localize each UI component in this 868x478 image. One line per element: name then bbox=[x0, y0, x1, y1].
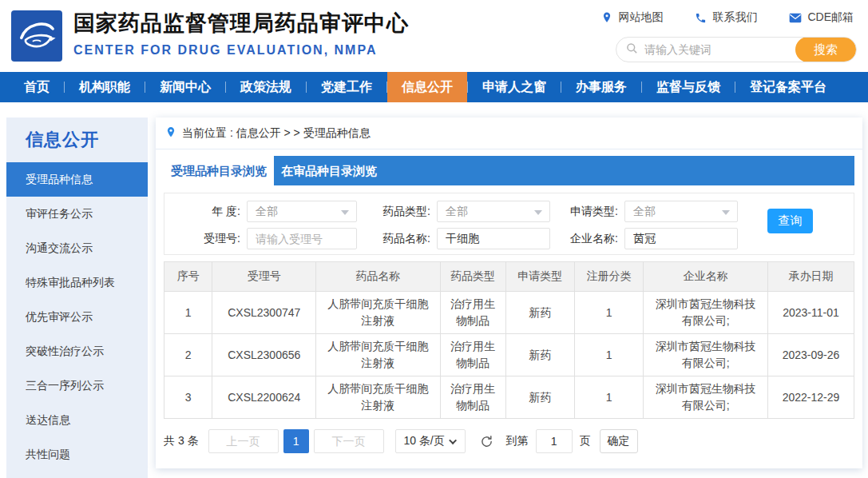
swan-logo-icon bbox=[14, 12, 59, 60]
breadcrumb: 当前位置 : 信息公开 > > 受理品种信息 bbox=[156, 118, 862, 149]
cell-acceptance-no: CXSL2300747 bbox=[212, 292, 316, 334]
apply-type-select[interactable]: 全部 bbox=[624, 201, 738, 222]
cde-logo bbox=[11, 10, 62, 62]
sitemap-link[interactable]: 网站地图 bbox=[601, 10, 663, 25]
main-panel: 当前位置 : 信息公开 > > 受理品种信息 受理品种目录浏览 在审品种目录浏览… bbox=[156, 118, 862, 468]
col-apply-type: 申请类型 bbox=[505, 262, 574, 292]
search-input[interactable] bbox=[638, 43, 795, 56]
sitemap-label: 网站地图 bbox=[618, 10, 663, 25]
sidebar: 信息公开 受理品种信息 审评任务公示 沟通交流公示 特殊审批品种列表 优先审评公… bbox=[6, 118, 148, 478]
page-size-select[interactable]: 10 条/页 bbox=[395, 429, 466, 453]
cell-acceptance-no: CXSL2200624 bbox=[212, 376, 316, 419]
col-acceptance-no: 受理号 bbox=[212, 262, 316, 292]
cell-date: 2023-11-01 bbox=[767, 292, 854, 334]
chevron-down-icon bbox=[722, 210, 730, 215]
col-drug-type: 药品类型 bbox=[440, 262, 505, 292]
sidebar-item-priority-review[interactable]: 优先审评公示 bbox=[6, 300, 148, 334]
cell-drug-name: 人脐带间充质干细胞注射液 bbox=[316, 376, 441, 419]
col-seq: 序号 bbox=[164, 262, 212, 292]
main-nav: 首页 机构职能 新闻中心 政策法规 党建工作 信息公开 申请人之窗 办事服务 监… bbox=[0, 72, 868, 102]
query-button[interactable]: 查询 bbox=[767, 209, 813, 233]
content-area: 信息公开 受理品种信息 审评任务公示 沟通交流公示 特殊审批品种列表 优先审评公… bbox=[0, 102, 868, 478]
cell-company: 深圳市茵冠生物科技有限公司; bbox=[644, 376, 768, 419]
company-name-label: 企业名称: bbox=[550, 228, 618, 249]
confirm-button[interactable]: 确定 bbox=[600, 429, 638, 453]
cell-drug-name: 人脐带间充质干细胞注射液 bbox=[316, 334, 441, 376]
sidebar-item-breakthrough-therapy[interactable]: 突破性治疗公示 bbox=[6, 334, 148, 368]
cell-drug-type: 治疗用生物制品 bbox=[440, 292, 505, 334]
col-company: 企业名称 bbox=[644, 262, 768, 292]
year-label: 年 度: bbox=[172, 201, 240, 222]
table-header-row: 序号 受理号 药品名称 药品类型 申请类型 注册分类 企业名称 承办日期 bbox=[164, 262, 854, 292]
sidebar-item-delivery-info[interactable]: 送达信息 bbox=[6, 403, 148, 437]
chevron-down-icon bbox=[449, 436, 457, 444]
goto-page-input[interactable] bbox=[536, 429, 573, 453]
next-page-button[interactable]: 下一页 bbox=[314, 429, 384, 453]
table-row: 1 CXSL2300747 人脐带间充质干细胞注射液 治疗用生物制品 新药 1 … bbox=[164, 292, 854, 334]
refresh-icon[interactable] bbox=[480, 435, 493, 448]
cell-reg-class: 1 bbox=[575, 292, 644, 334]
drug-type-select[interactable]: 全部 bbox=[437, 201, 550, 222]
company-name-input[interactable] bbox=[624, 228, 738, 249]
site-subtitle: CENTER FOR DRUG EVALUATION, NMPA bbox=[73, 43, 409, 58]
total-count: 共 3 条 bbox=[164, 434, 199, 448]
sidebar-item-review-tasks[interactable]: 审评任务公示 bbox=[6, 197, 148, 231]
breadcrumb-text: 当前位置 : 信息公开 > > 受理品种信息 bbox=[182, 126, 371, 141]
nav-item-party[interactable]: 党建工作 bbox=[307, 72, 386, 102]
nav-item-functions[interactable]: 机构职能 bbox=[65, 72, 145, 102]
phone-icon bbox=[695, 12, 707, 24]
site-title-block: 国家药品监督管理局药品审评中心 CENTER FOR DRUG EVALUATI… bbox=[73, 9, 409, 58]
mail-link[interactable]: CDE邮箱 bbox=[789, 10, 854, 25]
sidebar-item-special-approval[interactable]: 特殊审批品种列表 bbox=[6, 265, 148, 300]
cell-date: 2023-09-26 bbox=[767, 334, 854, 376]
acceptance-no-input[interactable] bbox=[247, 228, 357, 249]
col-date: 承办日期 bbox=[767, 262, 854, 292]
cell-acceptance-no: CXSL2300656 bbox=[212, 334, 316, 376]
sidebar-item-accepted-varieties[interactable]: 受理品种信息 bbox=[6, 162, 148, 197]
envelope-icon bbox=[789, 13, 802, 23]
tab-accepted-catalog[interactable]: 受理品种目录浏览 bbox=[164, 156, 274, 185]
apply-type-label: 申请类型: bbox=[550, 201, 618, 222]
sidebar-item-three-in-one[interactable]: 三合一序列公示 bbox=[6, 368, 148, 403]
tab-under-review-catalog[interactable]: 在审品种目录浏览 bbox=[274, 156, 384, 185]
nav-item-services[interactable]: 办事服务 bbox=[561, 72, 641, 102]
cell-date: 2022-12-29 bbox=[767, 376, 854, 419]
nav-item-applicant[interactable]: 申请人之窗 bbox=[468, 72, 561, 102]
table-row: 3 CXSL2200624 人脐带间充质干细胞注射液 治疗用生物制品 新药 1 … bbox=[164, 376, 854, 419]
pagination-bar: 共 3 条 上一页 1 下一页 10 条/页 到第 页 确定 bbox=[164, 429, 854, 453]
cell-seq: 3 bbox=[164, 376, 212, 419]
year-select[interactable]: 全部 bbox=[247, 201, 357, 222]
quick-links: 网站地图 联系我们 CDE邮箱 bbox=[601, 10, 854, 25]
cell-drug-name: 人脐带间充质干细胞注射液 bbox=[316, 292, 441, 334]
nav-item-info-disclosure[interactable]: 信息公开 bbox=[387, 72, 467, 102]
sidebar-item-common-questions[interactable]: 共性问题 bbox=[6, 437, 148, 472]
nav-item-news[interactable]: 新闻中心 bbox=[145, 72, 225, 102]
nav-item-registration-platform[interactable]: 登记备案平台 bbox=[735, 72, 841, 102]
cell-apply-type: 新药 bbox=[505, 292, 574, 334]
cell-apply-type: 新药 bbox=[505, 334, 574, 376]
current-page-button[interactable]: 1 bbox=[283, 429, 309, 453]
cell-reg-class: 1 bbox=[575, 334, 644, 376]
search-button[interactable]: 搜索 bbox=[795, 37, 856, 62]
nav-item-home[interactable]: 首页 bbox=[10, 72, 64, 102]
cell-reg-class: 1 bbox=[575, 376, 644, 419]
mail-label: CDE邮箱 bbox=[807, 10, 854, 25]
search-bar: 搜索 bbox=[616, 37, 857, 62]
table-row: 2 CXSL2300656 人脐带间充质干细胞注射液 治疗用生物制品 新药 1 … bbox=[164, 334, 854, 376]
prev-page-button[interactable]: 上一页 bbox=[208, 429, 279, 453]
cell-drug-type: 治疗用生物制品 bbox=[440, 334, 505, 376]
nav-item-policy[interactable]: 政策法规 bbox=[226, 72, 306, 102]
nav-item-supervision[interactable]: 监督与反馈 bbox=[642, 72, 735, 102]
contact-link[interactable]: 联系我们 bbox=[695, 10, 757, 25]
chevron-down-icon bbox=[341, 210, 349, 215]
page-header: 国家药品监督管理局药品审评中心 CENTER FOR DRUG EVALUATI… bbox=[0, 0, 868, 72]
sidebar-title: 信息公开 bbox=[6, 118, 148, 162]
results-table: 序号 受理号 药品名称 药品类型 申请类型 注册分类 企业名称 承办日期 1 C… bbox=[164, 261, 854, 419]
drug-name-input[interactable] bbox=[437, 228, 550, 249]
drug-name-label: 药品名称: bbox=[363, 228, 430, 249]
goto-page-label: 到第 bbox=[506, 434, 529, 448]
sidebar-item-communication[interactable]: 沟通交流公示 bbox=[6, 231, 148, 265]
drug-type-label: 药品类型: bbox=[363, 201, 430, 222]
cell-company: 深圳市茵冠生物科技有限公司; bbox=[644, 334, 768, 376]
contact-label: 联系我们 bbox=[712, 10, 757, 25]
